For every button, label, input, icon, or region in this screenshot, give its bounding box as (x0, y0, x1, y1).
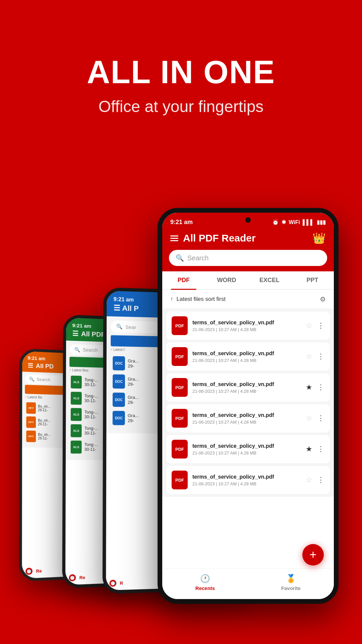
star-icon-4[interactable]: ☆ (306, 414, 312, 423)
hero-section: ALL IN ONE Office at your fingertips (0, 0, 362, 116)
file-name-5: terms_of_service_policy_vn.pdf (192, 443, 301, 449)
tab-pdf[interactable]: PDF (162, 271, 205, 289)
phone-main: 9:21 am ⏰ ✱ WiFi ▌▌▌ ▮▮▮ All PDF Reader … (158, 208, 339, 604)
sort-label: Latest files sort first (177, 296, 226, 303)
tab-bar: PDF WORD EXCEL PPT (162, 271, 334, 290)
file-meta-4: 21-06-2023 | 10:27 AM | 4.28 MB (192, 420, 301, 425)
star-icon-5[interactable]: ★ (306, 445, 312, 453)
file-actions-5: ★ ⋮ (306, 445, 324, 453)
search-bar-container: 🔍 Search (162, 250, 334, 271)
more-icon-5[interactable]: ⋮ (317, 445, 324, 453)
file-pdf-icon-3: PDF (172, 378, 188, 397)
search-icon: 🔍 (176, 254, 184, 262)
file-actions-6: ☆ ⋮ (306, 476, 324, 484)
star-icon-2[interactable]: ☆ (306, 352, 312, 361)
search-placeholder: Search (187, 254, 320, 262)
file-name-4: terms_of_service_policy_vn.pdf (192, 412, 301, 418)
recents-label: Recents (195, 585, 215, 591)
bluetooth-icon: ✱ (282, 219, 286, 225)
file-meta-2: 21-06-2023 | 10:27 AM | 4.28 MB (192, 358, 301, 363)
star-icon-6[interactable]: ☆ (306, 476, 312, 484)
hero-title: ALL IN ONE (0, 27, 362, 91)
file-pdf-icon-6: PDF (172, 471, 188, 489)
file-name-2: terms_of_service_policy_vn.pdf (192, 351, 301, 357)
file-item-4[interactable]: PDF terms_of_service_policy_vn.pdf 21-06… (166, 404, 330, 432)
phones-container: 9:21 am ☰ All PD 🔍 Search PDF ↑ Latest f… (30, 151, 332, 604)
file-meta-1: 21-06-2023 | 10:27 AM | 4.28 MB (192, 327, 301, 332)
status-time: 9:21 am (170, 219, 193, 226)
more-icon-4[interactable]: ⋮ (317, 414, 324, 423)
filter-icon[interactable]: ⚙ (320, 295, 326, 303)
signal-icon: ▌▌▌ (303, 219, 314, 225)
more-icon-3[interactable]: ⋮ (317, 383, 324, 392)
star-icon-3[interactable]: ★ (306, 383, 312, 392)
file-name-3: terms_of_service_policy_vn.pdf (192, 381, 301, 387)
search-box[interactable]: 🔍 Search (169, 250, 327, 266)
favorite-label: Favorite (281, 585, 301, 591)
file-meta-3: 21-06-2023 | 10:27 AM | 4.28 MB (192, 389, 301, 394)
file-actions-2: ☆ ⋮ (306, 352, 324, 361)
hamburger-button[interactable] (170, 235, 178, 241)
file-info-2: terms_of_service_policy_vn.pdf 21-06-202… (192, 351, 301, 363)
file-info-1: terms_of_service_policy_vn.pdf 21-06-202… (192, 320, 301, 332)
tab-ppt[interactable]: PPT (291, 271, 334, 289)
file-info-3: terms_of_service_policy_vn.pdf 21-06-202… (192, 381, 301, 394)
crown-icon[interactable]: 👑 (312, 232, 326, 245)
file-actions-3: ★ ⋮ (306, 383, 324, 392)
file-item-6[interactable]: PDF terms_of_service_policy_vn.pdf 21-06… (166, 466, 330, 494)
file-item-5[interactable]: PDF terms_of_service_policy_vn.pdf 21-06… (166, 435, 330, 463)
file-info-4: terms_of_service_policy_vn.pdf 21-06-202… (192, 412, 301, 425)
file-pdf-icon-1: PDF (172, 316, 188, 335)
main-notch (245, 217, 251, 223)
app-header: All PDF Reader 👑 (162, 228, 334, 250)
nav-recents[interactable]: 🕐 Recents (162, 574, 248, 591)
sort-bar: ↑ Latest files sort first ⚙ (162, 290, 334, 309)
sort-up-icon: ↑ (170, 296, 173, 303)
alarm-icon: ⏰ (272, 219, 279, 225)
more-icon-2[interactable]: ⋮ (317, 352, 324, 361)
file-item-2[interactable]: PDF terms_of_service_policy_vn.pdf 21-06… (166, 342, 330, 371)
file-item-1[interactable]: PDF terms_of_service_policy_vn.pdf 21-06… (166, 312, 330, 340)
recents-icon: 🕐 (200, 574, 210, 583)
star-icon-1[interactable]: ☆ (306, 321, 312, 330)
file-meta-6: 21-06-2023 | 10:27 AM | 4.28 MB (192, 481, 301, 486)
battery-icon: ▮▮▮ (317, 219, 326, 225)
tab-excel[interactable]: EXCEL (248, 271, 291, 289)
file-actions-1: ☆ ⋮ (306, 321, 324, 330)
nav-favorite[interactable]: 🏅 Favorite (248, 574, 334, 591)
file-actions-4: ☆ ⋮ (306, 414, 324, 423)
file-pdf-icon-2: PDF (172, 347, 188, 366)
file-info-5: terms_of_service_policy_vn.pdf 21-06-202… (192, 443, 301, 455)
file-pdf-icon-4: PDF (172, 409, 188, 428)
file-item-3[interactable]: PDF terms_of_service_policy_vn.pdf 21-06… (166, 373, 330, 401)
file-meta-5: 21-06-2023 | 10:27 AM | 4.28 MB (192, 450, 301, 455)
fab-button[interactable]: + (302, 544, 324, 566)
status-icons: ⏰ ✱ WiFi ▌▌▌ ▮▮▮ (272, 219, 326, 225)
bottom-nav: 🕐 Recents 🏅 Favorite (162, 568, 334, 599)
more-icon-1[interactable]: ⋮ (317, 321, 324, 330)
app-title: All PDF Reader (183, 232, 256, 244)
wifi-icon: WiFi (289, 219, 300, 225)
more-icon-6[interactable]: ⋮ (317, 476, 324, 484)
file-list: PDF terms_of_service_policy_vn.pdf 21-06… (162, 309, 334, 497)
hero-subtitle: Office at your fingertips (0, 97, 362, 116)
file-name-6: terms_of_service_policy_vn.pdf (192, 474, 301, 480)
file-name-1: terms_of_service_policy_vn.pdf (192, 320, 301, 326)
file-pdf-icon-5: PDF (172, 440, 188, 459)
file-info-6: terms_of_service_policy_vn.pdf 21-06-202… (192, 474, 301, 486)
tab-word[interactable]: WORD (205, 271, 248, 289)
favorite-icon: 🏅 (286, 574, 296, 583)
